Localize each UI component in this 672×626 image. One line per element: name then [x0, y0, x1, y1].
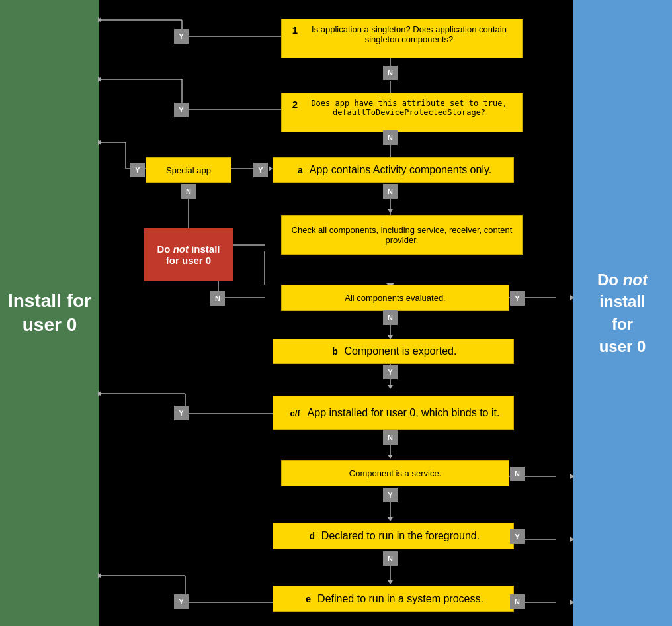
q1-text: Is application a singleton? Does applica… [304, 24, 514, 44]
svg-marker-51 [388, 517, 393, 521]
do-not-install-red-node: Do not install for user 0 [144, 228, 233, 281]
svg-marker-49 [388, 385, 393, 389]
do-not-install-panel: Do not install for user 0 [573, 0, 672, 626]
service-n-badge: N [510, 467, 525, 481]
special-app-text: Special app [166, 165, 211, 175]
q1-y-badge: Y [174, 29, 189, 44]
special-app-node: Special app [146, 157, 231, 183]
qd-text: Declared to run in the foreground. [321, 530, 480, 542]
qe-node: e Defined to run in a system process. [273, 586, 514, 612]
do-not-install-panel-text: Do not install for user 0 [597, 269, 648, 357]
service-y-badge: Y [383, 488, 398, 502]
qa-n-badge: N [383, 184, 398, 199]
qd-y-badge: Y [510, 529, 525, 544]
qb-text: Component is exported. [345, 345, 457, 357]
diagram-container: Install for user 0 Do not install for us… [0, 0, 672, 626]
qe-text: Defined to run in a system process. [317, 593, 483, 605]
service-text: Component is a service. [349, 469, 441, 478]
q2-number: 2 [290, 99, 300, 110]
qa-text: App contains Activity components only. [310, 164, 491, 176]
q2-y-badge: Y [174, 103, 189, 117]
question-1-node: 1 Is application a singleton? Does appli… [281, 19, 523, 58]
qcf-n-badge: N [383, 430, 398, 445]
qcf-y-badge: Y [174, 406, 189, 420]
all-evaluated-text: All components evaluated. [345, 293, 445, 303]
service-node: Component is a service. [281, 460, 509, 486]
alleval-n-down-badge: N [383, 310, 398, 325]
check-all-node: Check all components, including service,… [281, 215, 523, 255]
qcf-label: c/f [287, 408, 304, 418]
special-y-left-badge: Y [130, 163, 145, 177]
svg-marker-50 [388, 455, 393, 459]
qb-node: b Component is exported. [273, 339, 514, 364]
svg-marker-28 [99, 391, 101, 396]
question-2-node: 2 Does app have this attribute set to tr… [281, 93, 523, 132]
svg-marker-9 [99, 77, 101, 82]
check-all-text: Check all components, including service,… [290, 225, 514, 245]
qd-label: d [307, 531, 317, 541]
special-y-right-badge: Y [253, 163, 268, 177]
qb-label: b [330, 346, 341, 357]
svg-marker-39 [99, 573, 101, 578]
all-evaluated-node: All components evaluated. [281, 285, 509, 311]
qcf-node: c/f App installed for user 0, which bind… [273, 396, 514, 430]
special-n-badge: N [181, 184, 196, 199]
install-for-user-panel: Install for user 0 [0, 0, 99, 626]
qe-n-badge: N [510, 594, 525, 609]
qd-node: d Declared to run in the foreground. [273, 523, 514, 549]
q1-number: 1 [290, 24, 300, 36]
qcf-text: App installed for user 0, which binds to… [308, 407, 500, 419]
qb-y-badge: Y [383, 365, 398, 379]
qa-label: a [295, 165, 306, 175]
qa-node: a App contains Activity components only. [273, 157, 514, 183]
qd-n-badge: N [383, 551, 398, 566]
svg-marker-5 [99, 17, 101, 22]
alleval-n-badge: N [210, 291, 225, 306]
do-not-install-text: Do not install for user 0 [153, 244, 224, 266]
svg-marker-52 [388, 580, 393, 584]
qe-label: e [303, 594, 314, 604]
q1-n-badge: N [383, 66, 398, 80]
svg-marker-15 [99, 140, 101, 145]
q2-n-badge: N [383, 130, 398, 145]
alleval-y-badge: Y [510, 291, 525, 306]
svg-marker-46 [388, 209, 393, 213]
q2-text: Does app have this attribute set to true… [304, 99, 514, 117]
install-panel-text: Install for user 0 [8, 289, 91, 337]
qe-y-badge: Y [174, 594, 189, 609]
